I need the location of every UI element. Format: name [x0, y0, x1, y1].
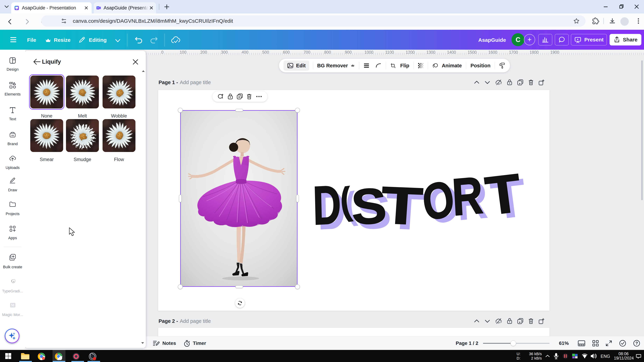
svg-text:co: co	[12, 134, 14, 137]
svg-text:M: M	[11, 303, 14, 307]
svg-text:?: ?	[636, 341, 638, 346]
